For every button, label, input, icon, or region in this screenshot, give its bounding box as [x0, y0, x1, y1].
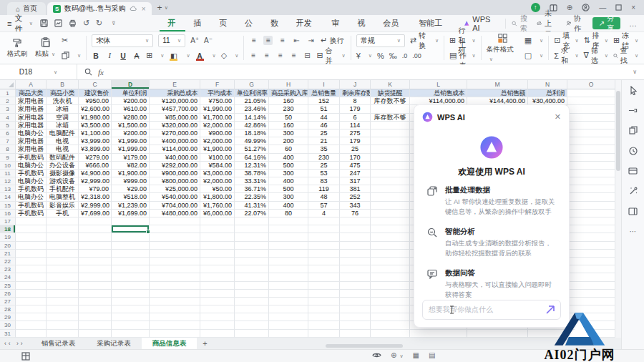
- cell-E1[interactable]: 采购总成本: [150, 89, 200, 97]
- cell-A11[interactable]: 手机数码: [16, 170, 47, 177]
- cell-G9[interactable]: 64.16%: [235, 154, 269, 162]
- cell-J7[interactable]: 179: [340, 137, 371, 145]
- cell-E27[interactable]: [150, 298, 200, 305]
- cell-C11[interactable]: ¥4,900.00: [79, 170, 112, 177]
- cell-J18[interactable]: [340, 225, 371, 233]
- ai-feature-智能分析[interactable]: 智能分析 自动生成专业清晰的数据分析报告，助你轻松挖掘数据背后的联系: [427, 227, 556, 259]
- cell-K15[interactable]: [371, 202, 410, 210]
- cell-A15[interactable]: 手机数码: [16, 202, 47, 210]
- cell-H4[interactable]: 50: [269, 114, 308, 122]
- column-header-O[interactable]: O: [567, 80, 615, 89]
- cell-K8[interactable]: [371, 145, 410, 153]
- cell-C10[interactable]: ¥666.00: [79, 162, 112, 170]
- cell-B31[interactable]: [47, 330, 79, 338]
- cell-G27[interactable]: [235, 298, 269, 305]
- print-icon[interactable]: [69, 19, 77, 27]
- cell-F9[interactable]: ¥100.00: [200, 154, 235, 162]
- cell-E5[interactable]: ¥320,000.00: [150, 122, 200, 129]
- cell-E8[interactable]: ¥114,000.00: [150, 145, 200, 153]
- ribbon-tab-审阅[interactable]: 审阅: [324, 15, 350, 31]
- cell-C5[interactable]: ¥3,500.00: [79, 122, 112, 129]
- cell-I18[interactable]: [308, 225, 340, 233]
- cell-G7[interactable]: 49.99%: [235, 137, 269, 145]
- cell-F6[interactable]: ¥900.00: [200, 129, 235, 137]
- cell-A13[interactable]: 手机数码: [16, 185, 47, 193]
- underline-button[interactable]: U: [119, 52, 127, 60]
- cell-I19[interactable]: [308, 233, 340, 241]
- cell-B25[interactable]: [47, 282, 79, 290]
- cell-D30[interactable]: [112, 321, 150, 329]
- cell-E23[interactable]: [150, 265, 200, 273]
- cell-F8[interactable]: ¥1,900.00: [200, 145, 235, 153]
- cell-D1[interactable]: 单位利润: [112, 89, 150, 97]
- cell-G25[interactable]: [235, 282, 269, 290]
- cell-B7[interactable]: 电视: [47, 137, 79, 145]
- cell-O20[interactable]: [567, 242, 615, 250]
- cell-A20[interactable]: [16, 242, 47, 250]
- cell-E16[interactable]: ¥480,000.00: [150, 210, 200, 217]
- cell-B24[interactable]: [47, 273, 79, 281]
- row-number-28[interactable]: 28: [0, 305, 16, 313]
- permille-format-icon[interactable]: ‰: [389, 52, 397, 60]
- cell-K3[interactable]: [371, 105, 410, 113]
- cell-J30[interactable]: [340, 321, 371, 329]
- cell-B30[interactable]: [47, 321, 79, 329]
- cell-G13[interactable]: 36.71%: [235, 185, 269, 193]
- ai-panel-close-icon[interactable]: ✕: [555, 112, 561, 122]
- cell-B20[interactable]: [47, 242, 79, 250]
- cell-E17[interactable]: [150, 217, 200, 225]
- cell-H20[interactable]: [269, 242, 308, 250]
- cell-D23[interactable]: [112, 265, 150, 273]
- cell-I5[interactable]: 46: [308, 122, 340, 129]
- cell-F18[interactable]: [200, 225, 235, 233]
- cell-C24[interactable]: [79, 273, 112, 281]
- cell-O11[interactable]: [567, 170, 615, 177]
- italic-button[interactable]: I: [105, 52, 114, 59]
- more-menu-icon[interactable]: …: [629, 19, 637, 28]
- cell-D18[interactable]: [112, 225, 150, 233]
- cell-J27[interactable]: [340, 298, 371, 305]
- cell-D4[interactable]: ¥280.00: [112, 114, 150, 122]
- row-number-24[interactable]: 24: [0, 273, 16, 281]
- cell-B15[interactable]: 影音娱乐: [47, 202, 79, 210]
- cell-C7[interactable]: ¥3,999.00: [79, 137, 112, 145]
- cell-O9[interactable]: [567, 154, 615, 162]
- cell-F11[interactable]: ¥3,000.00: [200, 170, 235, 177]
- align-left-icon[interactable]: ≡: [249, 51, 258, 60]
- cell-O22[interactable]: [567, 258, 615, 265]
- file-menu[interactable]: ≡ 文件 ∨: [7, 13, 33, 34]
- cell-J11[interactable]: 247: [340, 170, 371, 177]
- cell-J26[interactable]: [340, 290, 371, 298]
- cell-F24[interactable]: [200, 273, 235, 281]
- cell-O2[interactable]: [567, 97, 615, 105]
- cell-H21[interactable]: [269, 250, 308, 258]
- select-all-corner[interactable]: [0, 80, 16, 89]
- orientation-icon[interactable]: ⊟: [303, 51, 312, 60]
- cell-H7[interactable]: 200: [269, 137, 308, 145]
- cell-D25[interactable]: [112, 282, 150, 290]
- cell-B10[interactable]: 办公设备: [47, 162, 79, 170]
- share-button[interactable]: ↗ 分享: [592, 17, 620, 29]
- cell-I20[interactable]: [308, 242, 340, 250]
- cell-I8[interactable]: 35: [308, 145, 340, 153]
- cell-D28[interactable]: [112, 305, 150, 313]
- cell-H31[interactable]: [269, 330, 308, 338]
- cell-E21[interactable]: [150, 250, 200, 258]
- cell-A27[interactable]: [16, 298, 47, 305]
- cell-B4[interactable]: 空调: [47, 114, 79, 122]
- cell-A23[interactable]: [16, 265, 47, 273]
- cell-H28[interactable]: [269, 305, 308, 313]
- cell-I31[interactable]: [308, 330, 340, 338]
- cell-J4[interactable]: 6: [340, 114, 371, 122]
- increase-indent-icon[interactable]: ⇥: [306, 36, 316, 45]
- cell-H13[interactable]: 500: [269, 185, 308, 193]
- formula-input[interactable]: [111, 64, 633, 80]
- column-header-M[interactable]: M: [467, 80, 528, 89]
- cell-J15[interactable]: 343: [340, 202, 371, 210]
- cell-A5[interactable]: 家用电器: [16, 122, 47, 129]
- cell-M1[interactable]: 总销售额: [467, 89, 528, 97]
- cell-I14[interactable]: 48: [308, 193, 340, 201]
- column-header-K[interactable]: K: [371, 80, 410, 89]
- cell-I29[interactable]: [308, 313, 340, 321]
- cell-K14[interactable]: [371, 193, 410, 201]
